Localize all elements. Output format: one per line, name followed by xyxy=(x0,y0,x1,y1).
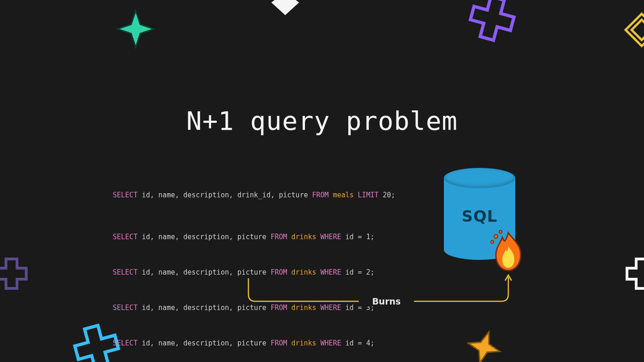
sql-keyword: FROM xyxy=(270,339,287,347)
sql-keyword: FROM xyxy=(312,191,328,199)
sql-line: SELECT id, name, description, picture FR… xyxy=(113,232,395,242)
sql-keyword: WHERE xyxy=(321,233,341,241)
plus-purple-icon xyxy=(467,0,518,44)
sql-code-block: SELECT id, name, description, drink_id, … xyxy=(113,171,395,362)
sql-keyword: SELECT xyxy=(113,304,138,312)
burns-label: Burns xyxy=(359,296,414,306)
sql-cond: id = 1; xyxy=(341,233,374,241)
sql-rest: 20; xyxy=(379,191,395,199)
svg-point-1 xyxy=(491,241,494,243)
sql-line: SELECT id, name, description, drink_id, … xyxy=(113,190,395,200)
database-label: SQL xyxy=(444,207,515,225)
sql-cols: id, name, description, picture xyxy=(138,339,270,347)
sql-line: SELECT id, name, description, picture FR… xyxy=(113,339,395,348)
sql-keyword: SELECT xyxy=(113,339,138,347)
diamond-yellow-icon xyxy=(623,11,644,48)
page-title: N+1 query problem xyxy=(0,106,644,136)
sql-table: meals xyxy=(329,191,358,199)
sparkle-orange-icon xyxy=(466,329,502,362)
sql-table: drinks xyxy=(287,339,320,347)
sql-cols: id, name, description, drink_id, picture xyxy=(138,191,312,199)
flame-icon xyxy=(488,228,529,274)
plus-darkpurple-icon xyxy=(0,255,30,292)
sql-keyword: SELECT xyxy=(113,191,138,199)
sql-keyword: FROM xyxy=(270,233,287,241)
sql-keyword: SELECT xyxy=(113,268,138,276)
svg-point-2 xyxy=(499,230,502,233)
sql-keyword: LIMIT xyxy=(358,191,379,199)
sql-table: drinks xyxy=(287,233,320,241)
sql-keyword: WHERE xyxy=(321,339,341,347)
diamond-shape-icon xyxy=(264,0,306,21)
plus-white-icon xyxy=(623,255,644,292)
sql-cols: id, name, description, picture xyxy=(138,233,270,241)
sql-cond: id = 4; xyxy=(341,339,374,347)
svg-point-0 xyxy=(494,235,498,238)
sql-keyword: SELECT xyxy=(113,233,138,241)
sparkle-teal-icon xyxy=(115,8,156,50)
